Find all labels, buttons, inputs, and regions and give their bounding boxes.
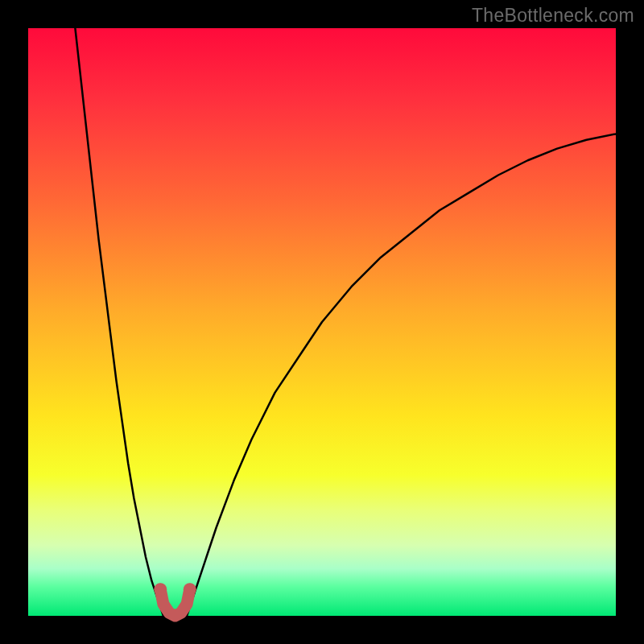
chart-curves <box>28 28 616 616</box>
chart-frame: TheBottleneck.com <box>0 0 644 644</box>
series-right-branch <box>187 134 616 616</box>
marker-0 <box>154 583 167 596</box>
watermark-label: TheBottleneck.com <box>472 5 634 27</box>
marker-1 <box>184 583 196 596</box>
series-left-branch <box>75 28 163 616</box>
